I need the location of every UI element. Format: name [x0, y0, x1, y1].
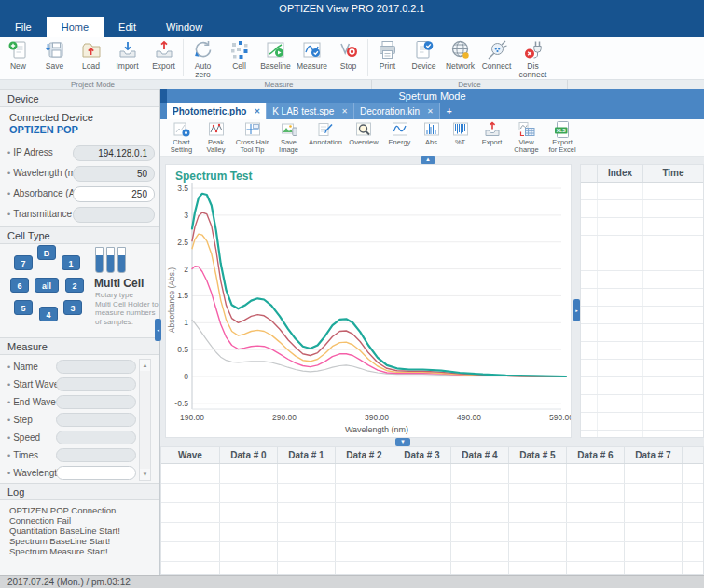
table-cell[interactable] [581, 413, 598, 430]
table-row[interactable] [581, 200, 703, 218]
table-cell[interactable] [336, 523, 393, 541]
chart-setting-button[interactable]: Chart Setting [164, 119, 199, 156]
table-cell[interactable] [509, 542, 567, 561]
table-cell[interactable] [581, 360, 598, 376]
wavelength-measure-field[interactable] [56, 466, 136, 480]
table-cell[interactable] [567, 503, 625, 522]
table-cell[interactable] [643, 395, 703, 412]
table-cell[interactable] [581, 377, 598, 394]
end-wave-field[interactable] [56, 395, 136, 409]
table-cell[interactable] [643, 324, 703, 341]
table-row[interactable] [581, 431, 703, 438]
table-cell[interactable] [509, 464, 567, 483]
table-cell[interactable] [509, 484, 567, 502]
name-field[interactable] [56, 360, 136, 374]
table-row[interactable] [581, 236, 703, 253]
table-cell[interactable] [643, 236, 703, 253]
table-cell[interactable] [643, 360, 703, 376]
table-cell[interactable] [625, 562, 683, 575]
import-button[interactable]: Import [109, 39, 145, 71]
table-row[interactable] [581, 395, 703, 413]
table-row[interactable] [581, 289, 703, 307]
data4-column-header[interactable]: Data # 4 [451, 447, 509, 463]
wavelength-field[interactable] [73, 166, 155, 182]
table-cell[interactable] [451, 562, 509, 575]
table-cell[interactable] [336, 484, 393, 502]
close-icon[interactable]: ✕ [254, 103, 260, 119]
table-cell[interactable] [393, 523, 451, 541]
table-cell[interactable] [625, 503, 683, 522]
table-cell[interactable] [643, 218, 703, 235]
table-cell[interactable] [581, 324, 598, 341]
table-cell[interactable] [509, 562, 567, 575]
table-cell[interactable] [598, 395, 643, 412]
annotation-button[interactable]: Annotation [306, 119, 345, 156]
table-cell[interactable] [393, 562, 451, 575]
table-row[interactable] [581, 307, 703, 324]
speed-field[interactable] [56, 431, 136, 444]
table-cell[interactable] [509, 523, 567, 541]
overview-button[interactable]: Overview [345, 119, 382, 156]
cross-hair-tooltip-button[interactable]: Cross Hair Tool Tip [233, 119, 271, 156]
table-cell[interactable] [567, 484, 625, 502]
table-cell[interactable] [567, 562, 625, 575]
tab-klab-test[interactable]: K LAB test.spe✕ [267, 103, 354, 119]
table-cell[interactable] [643, 431, 703, 438]
table-cell[interactable] [451, 464, 509, 483]
sidebar-splitter-handle[interactable]: ◂ [155, 319, 161, 341]
table-cell[interactable] [581, 395, 598, 412]
data0-column-header[interactable]: Data # 0 [220, 447, 278, 463]
table-cell[interactable] [643, 183, 703, 199]
table-cell[interactable] [581, 289, 598, 306]
table-cell[interactable] [161, 523, 220, 541]
table-cell[interactable] [598, 253, 643, 270]
table-cell[interactable] [220, 484, 278, 502]
table-cell[interactable] [393, 542, 451, 561]
menu-window[interactable]: Window [151, 17, 217, 37]
tab-decoration[interactable]: Decoration.kin✕ [354, 103, 440, 119]
scroll-up-icon[interactable]: ▲ [140, 360, 150, 371]
table-cell[interactable] [598, 271, 643, 288]
export-excel-button[interactable]: XLS Export for Excel [544, 119, 581, 156]
table-cell[interactable] [683, 562, 703, 575]
table-cell[interactable] [451, 503, 509, 522]
table-cell[interactable] [278, 523, 336, 541]
table-cell[interactable] [643, 342, 703, 359]
save-image-button[interactable]: Save Image [271, 119, 306, 156]
table-cell[interactable] [509, 503, 567, 522]
right-panel-splitter-handle[interactable]: ▸ [573, 299, 580, 321]
table-cell[interactable] [336, 503, 393, 522]
data6-column-header[interactable]: Data # 6 [567, 447, 625, 463]
baseline-button[interactable]: Baseline [257, 39, 294, 71]
log-panel-header[interactable]: Log [0, 483, 160, 500]
table-cell[interactable] [220, 562, 278, 575]
table-cell[interactable] [581, 200, 598, 217]
collapse-toolbar-button[interactable]: ▲ [421, 156, 435, 164]
table-cell[interactable] [581, 183, 598, 199]
table-row[interactable] [581, 342, 703, 360]
table-cell[interactable] [161, 503, 220, 522]
table-cell[interactable] [278, 542, 336, 561]
table-cell[interactable] [581, 218, 598, 235]
table-cell[interactable] [161, 542, 220, 561]
close-icon[interactable]: ✕ [427, 103, 434, 119]
table-cell[interactable] [643, 307, 703, 323]
scroll-down-icon[interactable]: ▼ [140, 469, 150, 480]
table-cell[interactable] [598, 289, 643, 306]
table-cell[interactable] [598, 200, 643, 217]
table-cell[interactable] [643, 253, 703, 270]
table-cell[interactable] [683, 542, 703, 561]
cell-button-4[interactable]: 4 [39, 307, 58, 321]
measure-scrollbar[interactable]: ▲ ▼ [139, 359, 151, 481]
table-cell[interactable] [581, 431, 598, 438]
table-cell[interactable] [581, 236, 598, 253]
table-row[interactable] [161, 464, 703, 484]
table-cell[interactable] [220, 542, 278, 561]
table-cell[interactable] [278, 562, 336, 575]
table-cell[interactable] [598, 360, 643, 376]
table-cell[interactable] [683, 484, 703, 502]
wave-column-header[interactable]: Wave [161, 447, 220, 463]
menu-file[interactable]: File [0, 17, 47, 37]
measure-button[interactable]: Measure [294, 39, 330, 71]
abs-button[interactable]: Abs [417, 119, 446, 156]
